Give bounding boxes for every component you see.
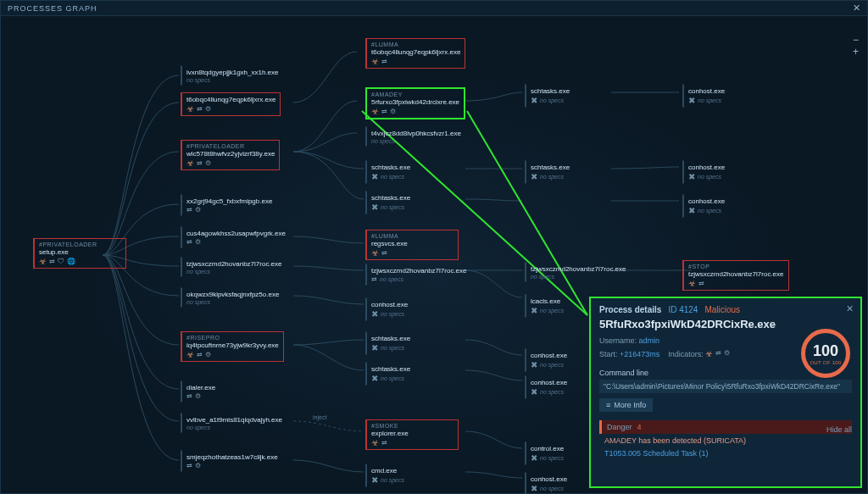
process-node[interactable]: schtasks.exeno specs	[365, 362, 459, 386]
process-node[interactable]: #LUMMAregsvcs.exe	[365, 230, 459, 260]
process-node[interactable]: xx2grj94gc5_fxbxfmipgb.exe	[181, 194, 277, 216]
node-name: schtasks.exe	[371, 335, 453, 342]
gear-icon	[195, 206, 201, 214]
node-meta: no specs	[371, 309, 453, 319]
process-node[interactable]: tzjwsxczmd2hovanbz7l7roc.exeno specs	[181, 257, 287, 277]
cmdline-value[interactable]: "C:\Users\admin\Pictures\Minor Policy\5R…	[599, 380, 852, 393]
net-icon	[49, 258, 55, 265]
gear-icon	[195, 392, 201, 400]
danger-label: Danger	[607, 423, 632, 431]
node-name: okqwzx9kipvksfaqjnxfpz5o.exe	[186, 291, 279, 298]
net-icon	[381, 249, 387, 257]
node-name: tzjwsxczmd2hovanbz7l7roc.exe	[688, 270, 784, 278]
nospecs-label: no specs	[381, 345, 404, 351]
node-name: tzjwsxczmd2hovanbz7l7roc.exe	[186, 260, 282, 268]
node-name: schtasks.exe	[531, 87, 613, 95]
process-node[interactable]: tzjwsxczmd2hovanbz7l7roc.exeno specs	[525, 262, 632, 282]
node-meta: no specs	[186, 77, 279, 83]
process-details-panel: ✕ Process details ID 4124 Malicious 5Rfu…	[589, 297, 862, 488]
node-name: tzjwsxczmd2hovanbz7l7roc.exe	[531, 265, 626, 273]
biohazard-icon	[705, 347, 713, 361]
process-node[interactable]: cmd.exeno specs	[365, 463, 459, 487]
node-name: schtasks.exe	[371, 164, 453, 171]
net-icon	[381, 58, 387, 65]
process-node[interactable]: dialer.exe	[181, 380, 274, 402]
graph-canvas[interactable]: − +	[1, 16, 867, 493]
score-sub: OUT OF 100	[810, 360, 841, 365]
nospecs-label: no specs	[186, 299, 210, 305]
list-icon: ≡	[606, 401, 610, 409]
process-node[interactable]: #SMOKEexplorer.exe	[365, 419, 459, 450]
process-node[interactable]: schtasks.exeno specs	[525, 84, 618, 108]
danger-bar[interactable]: Danger 4	[599, 420, 852, 434]
nospecs-label: no specs	[381, 477, 404, 483]
node-name: schtasks.exe	[371, 194, 453, 202]
node-meta	[371, 248, 453, 258]
node-meta	[186, 350, 279, 359]
tool-icon	[688, 172, 695, 181]
tool-icon	[531, 453, 537, 463]
mitre-technique[interactable]: T1053.005 Scheduled Task (1)	[599, 447, 852, 459]
process-node[interactable]: #STOPtzjwsxczmd2hovanbz7l7roc.exe	[682, 260, 789, 291]
process-node[interactable]: conhost.exeno specs	[365, 297, 459, 321]
zoom-in-button[interactable]: +	[853, 47, 859, 57]
node-meta	[371, 107, 459, 116]
node-meta: no specs	[186, 299, 279, 305]
process-name: 5RfuRxo3fpxiWkD42DRCixRe.exe	[599, 318, 852, 330]
malicious-label: Malicious	[704, 305, 740, 314]
nospecs-label: no specs	[381, 174, 404, 180]
process-node[interactable]: okqwzx9kipvksfaqjnxfpz5o.exeno specs	[181, 287, 284, 308]
gear-icon	[724, 347, 730, 361]
process-node[interactable]: conhost.exeno specs	[682, 160, 776, 184]
more-info-button[interactable]: ≡ More Info	[599, 398, 653, 412]
node-icons	[39, 257, 121, 266]
process-node[interactable]: conhost.exeno specs	[682, 84, 776, 108]
process-node[interactable]: lvxn8tqdgyepjjk1gxh_xx1h.exeno specs	[181, 65, 284, 86]
net-icon	[197, 105, 203, 113]
node-name: wlc578t8hwfvz2yjvizrf38y.exe	[186, 150, 275, 158]
net-icon	[381, 439, 387, 447]
process-node[interactable]: schtasks.exeno specs	[365, 191, 459, 214]
nospecs-label: no specs	[186, 269, 210, 275]
close-icon[interactable]: ✕	[853, 3, 860, 14]
biohazard-icon	[688, 279, 696, 288]
node-name: setup.exe	[39, 248, 121, 256]
process-node[interactable]: vvlbve_a1t9mis81qlqdvajyh.exeno specs	[181, 413, 287, 433]
node-setup-exe[interactable]: #PRIVATELOADER setup.exe	[33, 238, 126, 269]
process-node[interactable]: t6obqc4llunqg7eqpk6ljxrx.exe	[181, 92, 281, 116]
zoom-out-button[interactable]: −	[853, 35, 859, 45]
node-meta: no specs	[371, 343, 453, 352]
process-node[interactable]: schtasks.exeno specs	[365, 160, 459, 184]
node-name: conhost.exe	[688, 197, 771, 205]
tool-icon	[371, 343, 378, 352]
node-name: t6obqc4llunqg7eqpk6ljxrx.exe	[186, 96, 275, 103]
net-icon	[371, 275, 377, 283]
process-node[interactable]: #AMADEY5rfurxo3fpxiwkd42drcixre.exe	[365, 87, 465, 119]
nospecs-label: no specs	[540, 308, 564, 314]
process-node[interactable]: #LUMMAt6obqc4llunqg7eqpk6ljxrx.exe	[365, 38, 465, 69]
process-node[interactable]: smjeqzhothatzeas1w7ciljk.exe	[181, 450, 283, 472]
process-node[interactable]: schtasks.exeno specs	[365, 331, 459, 355]
biohazard-icon	[39, 257, 47, 266]
node-name: schtasks.exe	[531, 164, 613, 171]
node-meta	[186, 238, 286, 246]
nospecs-label: no specs	[698, 97, 721, 103]
nospecs-label: no specs	[540, 174, 564, 180]
node-meta: no specs	[371, 374, 453, 383]
process-node[interactable]: conhost.exeno specs	[682, 194, 776, 218]
node-name: schtasks.exe	[371, 365, 453, 373]
process-node[interactable]: tzjwsxczmd2hovanbz7l7roc.exeno specs	[365, 264, 472, 286]
hide-all-link[interactable]: Hide all	[826, 425, 852, 434]
edge-label-inject: inject	[313, 414, 326, 420]
node-name: explorer.exe	[371, 430, 453, 437]
process-node[interactable]: cus4agowkhss2usapwfpvgrk.exe	[181, 226, 291, 248]
process-node[interactable]: #RISEPROiq4tpcuftnrne73yjw9kr3yvy.exe	[181, 331, 284, 362]
node-name: conhost.exe	[371, 301, 453, 308]
process-node[interactable]: t4vxjcz8dd8lvp0hkcsfvzr1.exeno specs	[365, 126, 466, 147]
process-node[interactable]: #PRIVATELOADERwlc578t8hwfvz2yjvizrf38y.e…	[181, 140, 280, 170]
panel-close-icon[interactable]: ✕	[846, 303, 854, 314]
node-name: smjeqzhothatzeas1w7ciljk.exe	[186, 453, 278, 461]
process-node[interactable]: schtasks.exeno specs	[525, 160, 618, 184]
window: PROCESSES GRAPH ✕ − +	[0, 0, 868, 494]
net-icon	[381, 108, 387, 115]
